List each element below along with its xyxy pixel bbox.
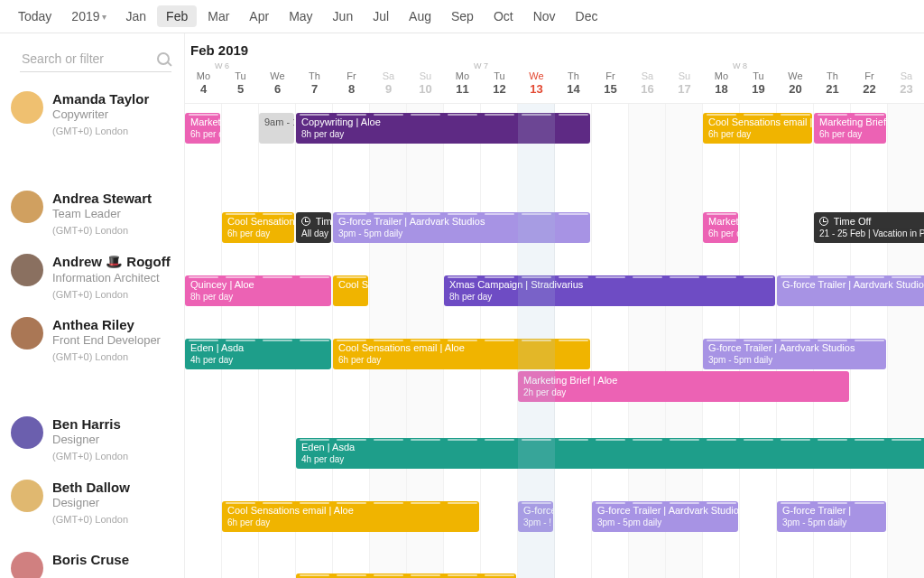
top-nav: Today 2019 ▾ JanFebMarAprMayJunJulAugSep… [0,0,924,33]
month-tab-aug[interactable]: Aug [400,5,440,27]
days-row: Mo4Tu5We6Th7Fr8Sa9Su10Mo11Tu12We13Th14Fr… [185,61,924,103]
month-title: Feb 2019 [185,33,924,61]
task-bar[interactable]: Eden | Asda4h per day [185,339,331,369]
task-subtitle: 6h per day [708,228,733,239]
person-name: Beth Dallow [52,480,130,495]
week-number: W 6 [185,61,259,70]
today-highlight [518,33,555,578]
task-title: Cool Sensations email | Aloe [227,505,474,517]
task-bar[interactable]: Xmas Campaign | Stradivarius8h per day [444,275,775,306]
task-subtitle: 3pm - 5pm daily [597,517,733,528]
day-header[interactable]: Sa23 [888,70,924,96]
task-bar[interactable]: G-force Trailer | Aardvark Studios [777,275,924,306]
task-bar[interactable]: Cool Se [333,275,368,306]
day-header[interactable]: Su10 [407,70,444,96]
task-title: Time Off [819,216,924,228]
day-header[interactable]: Fr8 [333,70,370,96]
task-bar[interactable]: Marketing Brief6h per day [185,113,220,144]
person-row[interactable]: Anthea RileyFront End Developer(GMT+0) L… [0,308,184,407]
task-subtitle: 6h per day [227,517,474,528]
person-row[interactable]: Amanda TaylorCopywriter(GMT+0) London [0,82,184,182]
task-title: Eden | Asda [190,342,326,354]
task-title: Marketing Brief [708,216,733,228]
month-tab-apr[interactable]: Apr [240,5,278,27]
task-title: G-force Trailer | Aardvark Studios [597,505,733,517]
month-tab-jun[interactable]: Jun [324,5,363,27]
task-subtitle: 21 - 25 Feb | Vacation in Paris [819,228,924,239]
task-title: Cool Sensations [227,216,289,228]
month-tab-jan[interactable]: Jan [117,5,156,27]
person-name: Anthea Riley [52,317,161,332]
day-header[interactable]: We20 [777,70,814,96]
clock-icon [819,217,828,226]
year-selector[interactable]: 2019 ▾ [62,5,115,27]
day-header[interactable]: Sa16 [629,70,666,96]
task-bar[interactable]: TimeAll day [296,212,331,243]
day-header[interactable]: Sa9 [370,70,407,96]
avatar [11,191,43,223]
day-header[interactable]: Tu19 [740,70,777,96]
task-bar[interactable]: 9am - 1 [259,113,294,144]
timeline-header: Feb 2019 Mo4Tu5We6Th7Fr8Sa9Su10Mo11Tu12W… [185,33,924,104]
day-header[interactable]: We6 [259,70,296,96]
task-bar[interactable]: Marketing Brief6h per day [814,113,886,144]
day-header[interactable]: Mo18 [703,70,740,96]
day-header[interactable]: Mo11 [444,70,481,96]
task-bar[interactable]: Cool Sensations email | A6h per day [703,113,812,144]
day-header[interactable]: We13 [518,70,555,96]
task-bar[interactable]: Cool Sensations email | Aloe6h per day [222,501,479,532]
task-bar[interactable]: Cool Sensations email | Aloe [296,573,516,578]
day-header[interactable]: Mo4 [185,70,222,96]
task-bar[interactable]: Marketing Brief | Aloe2h per day [518,371,849,402]
day-header[interactable]: Th7 [296,70,333,96]
month-tab-feb[interactable]: Feb [157,5,197,27]
task-title: Quincey | Aloe [190,279,326,291]
task-subtitle: 6h per day [190,128,215,140]
month-tab-nov[interactable]: Nov [524,5,565,27]
day-header[interactable]: Fr22 [851,70,888,96]
people-list: Amanda TaylorCopywriter(GMT+0) LondonAnd… [0,82,184,578]
task-bar[interactable]: Quincey | Aloe8h per day [185,275,331,306]
day-header[interactable]: Th21 [814,70,851,96]
person-name: Amanda Taylor [52,91,149,107]
day-header[interactable]: Tu12 [481,70,518,96]
day-header[interactable]: Th14 [555,70,592,96]
person-timezone: (GMT+0) London [52,351,161,362]
task-bar[interactable]: Marketing Brief6h per day [703,212,738,243]
task-subtitle: 6h per day [819,128,881,140]
person-timezone: (GMT+0) London [52,225,152,236]
person-row[interactable]: Boris Cruse [0,543,184,578]
month-tab-mar[interactable]: Mar [199,5,238,27]
task-bar[interactable]: Eden | Asda4h per day [296,438,924,469]
task-bar[interactable]: G-force Trailer |3pm - 5pm daily [777,501,886,532]
task-subtitle: 8h per day [190,291,326,303]
task-title: Xmas Campaign | Stradivarius [449,279,770,291]
search-input[interactable]: Search or filter [20,46,171,72]
person-role: Designer [52,496,130,509]
task-bar[interactable]: G-force Trailer | Aardvark Studios3pm - … [703,339,886,369]
person-row[interactable]: Beth DallowDesigner(GMT+0) London [0,471,184,543]
sidebar: Search or filter Amanda TaylorCopywriter… [0,33,185,578]
day-header[interactable]: Su17 [666,70,703,96]
month-tab-sep[interactable]: Sep [442,5,483,27]
month-tab-oct[interactable]: Oct [485,5,522,27]
task-subtitle: 8h per day [449,291,770,303]
day-header[interactable]: Fr15 [592,70,629,96]
month-tab-jul[interactable]: Jul [364,5,398,27]
person-row[interactable]: Andrea StewartTeam Leader(GMT+0) London [0,182,184,245]
task-bar[interactable]: Time Off21 - 25 Feb | Vacation in Paris [814,212,924,243]
task-subtitle: 3pm - 5pm daily [782,517,881,528]
today-button[interactable]: Today [9,5,60,27]
person-name: Andrew 🎩 Rogoff [52,254,171,270]
person-row[interactable]: Andrew 🎩 RogoffInformation Architect(GMT… [0,245,184,308]
person-row[interactable]: Ben HarrisDesigner(GMT+0) London [0,407,184,471]
month-tab-may[interactable]: May [280,5,321,27]
day-header[interactable]: Tu5 [222,70,259,96]
timeline: Feb 2019 Mo4Tu5We6Th7Fr8Sa9Su10Mo11Tu12W… [185,33,924,578]
task-subtitle: 3pm - 5pm daily [708,354,881,366]
task-bar[interactable]: G-force Trailer | Aardvark Studios3pm - … [592,501,738,532]
task-title: Marketing Brief [819,117,881,128]
person-role: Front End Developer [52,333,161,347]
month-tab-dec[interactable]: Dec [567,5,607,27]
task-bar[interactable]: Cool Sensations6h per day [222,212,294,243]
